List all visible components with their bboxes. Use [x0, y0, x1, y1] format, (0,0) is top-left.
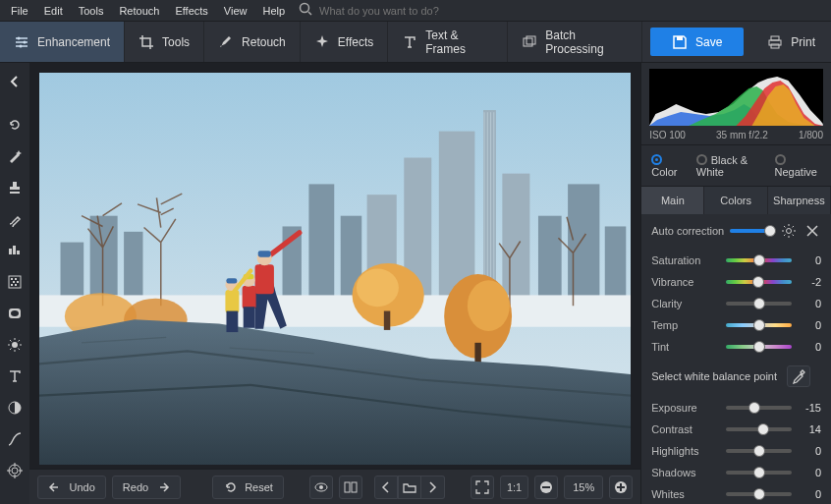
histogram [649, 69, 823, 126]
tab-label: Effects [338, 35, 373, 49]
slider-value: 0 [798, 467, 821, 478]
tab-retouch[interactable]: Retouch [204, 22, 301, 62]
target-tool[interactable] [2, 458, 28, 483]
svg-rect-19 [60, 243, 83, 301]
color-mode-row: Color Black & White Negative [641, 144, 831, 187]
svg-rect-25 [537, 216, 561, 301]
eyedropper-button[interactable] [787, 365, 810, 387]
slider-saturation[interactable] [726, 253, 792, 267]
undo-button[interactable]: Undo [37, 476, 106, 499]
prev-button[interactable] [374, 476, 398, 499]
svg-rect-23 [308, 184, 334, 300]
slider-vibrance[interactable] [726, 275, 792, 289]
zoom-level[interactable]: 15% [564, 476, 603, 499]
histogram-iso: ISO 100 [649, 130, 686, 140]
sparkle-icon [314, 34, 330, 50]
menu-file[interactable]: File [4, 3, 35, 19]
svg-rect-57 [226, 278, 237, 283]
zoom-in-button[interactable] [609, 476, 633, 499]
menu-help[interactable]: Help [255, 3, 292, 19]
tab-label: Tools [162, 35, 190, 49]
slider-label: Temp [651, 319, 720, 331]
levels-tool[interactable] [2, 238, 28, 263]
preview-toggle[interactable] [309, 476, 333, 499]
text-tool[interactable] [2, 364, 28, 389]
slider-clarity[interactable] [726, 297, 792, 310]
stamp-tool[interactable] [2, 175, 28, 200]
radio-icon [696, 154, 707, 165]
slider-whites[interactable] [726, 487, 792, 501]
svg-rect-30 [438, 132, 474, 301]
tab-colors[interactable]: Colors [704, 187, 767, 214]
search-icon [298, 1, 313, 20]
slider-highlights[interactable] [726, 444, 792, 458]
tab-batch[interactable]: Batch Processing [508, 22, 642, 62]
tab-tools[interactable]: Tools [125, 22, 204, 62]
slider-value: 0 [798, 254, 821, 266]
tab-main[interactable]: Main [641, 187, 704, 214]
compare-toggle[interactable] [339, 476, 362, 499]
contrast-tool[interactable] [2, 395, 28, 420]
brightness-tool[interactable] [2, 332, 28, 358]
tab-text-frames[interactable]: Text & Frames [388, 22, 508, 62]
rotate-tool[interactable] [2, 112, 28, 138]
svg-rect-51 [243, 307, 254, 328]
magic-wand-tool[interactable] [2, 143, 28, 169]
slider-temp[interactable] [726, 318, 792, 332]
mode-color[interactable]: Color [651, 153, 685, 178]
slider-value: -15 [798, 402, 821, 414]
redo-button[interactable]: Redo [112, 476, 181, 499]
svg-rect-61 [345, 482, 350, 492]
tab-effects[interactable]: Effects [301, 22, 388, 62]
menu-tools[interactable]: Tools [72, 3, 111, 19]
slider-value: 14 [798, 423, 821, 435]
mode-bw[interactable]: Black & White [696, 153, 763, 178]
gear-icon[interactable] [780, 222, 798, 240]
svg-rect-62 [352, 482, 357, 492]
slider-shadows[interactable] [726, 466, 792, 479]
search-input[interactable] [319, 5, 496, 17]
zoom-out-button[interactable] [534, 476, 558, 499]
tab-sharpness[interactable]: Sharpness [768, 187, 831, 214]
adjust-tabs: Main Colors Sharpness [641, 187, 831, 214]
svg-rect-67 [620, 483, 622, 491]
vignette-tool[interactable] [2, 301, 28, 326]
tab-enhancement[interactable]: Enhancement [0, 22, 125, 62]
next-button[interactable] [421, 476, 445, 499]
fit-screen-button[interactable] [471, 476, 494, 499]
slider-contrast[interactable] [726, 422, 792, 436]
slider-label: Vibrance [651, 276, 720, 288]
svg-point-42 [467, 280, 509, 331]
svg-rect-7 [677, 36, 683, 40]
menu-edit[interactable]: Edit [37, 3, 70, 19]
sliders-icon [14, 34, 29, 50]
canvas[interactable] [39, 73, 632, 465]
tab-label: Text & Frames [425, 28, 493, 56]
brush-tool[interactable] [2, 206, 28, 232]
print-icon [767, 34, 783, 50]
batch-icon [522, 34, 537, 50]
slider-tint[interactable] [726, 340, 792, 354]
browse-button[interactable] [398, 476, 421, 499]
reset-button[interactable]: Reset [212, 476, 284, 499]
curves-tool[interactable] [2, 426, 28, 452]
slider-exposure[interactable] [726, 401, 792, 415]
print-button[interactable]: Print [751, 22, 831, 62]
radio-icon [775, 154, 786, 165]
slider-label: Whites [651, 488, 720, 500]
close-icon[interactable] [803, 222, 821, 240]
menu-view[interactable]: View [217, 3, 254, 19]
pattern-tool[interactable] [2, 269, 28, 295]
histogram-lens: 35 mm f/2.2 [716, 130, 768, 140]
mode-negative[interactable]: Negative [775, 153, 821, 178]
svg-rect-5 [524, 38, 532, 46]
slider-label: Tint [651, 341, 720, 353]
auto-correction-slider[interactable] [730, 224, 774, 238]
menubar: File Edit Tools Retouch Effects View Hel… [0, 0, 831, 22]
back-button[interactable] [2, 69, 28, 94]
menu-effects[interactable]: Effects [168, 3, 214, 19]
zoom-actual-button[interactable]: 1:1 [500, 476, 528, 499]
save-button[interactable]: Save [650, 28, 744, 56]
menu-retouch[interactable]: Retouch [112, 3, 166, 19]
reset-label: Reset [245, 481, 273, 493]
